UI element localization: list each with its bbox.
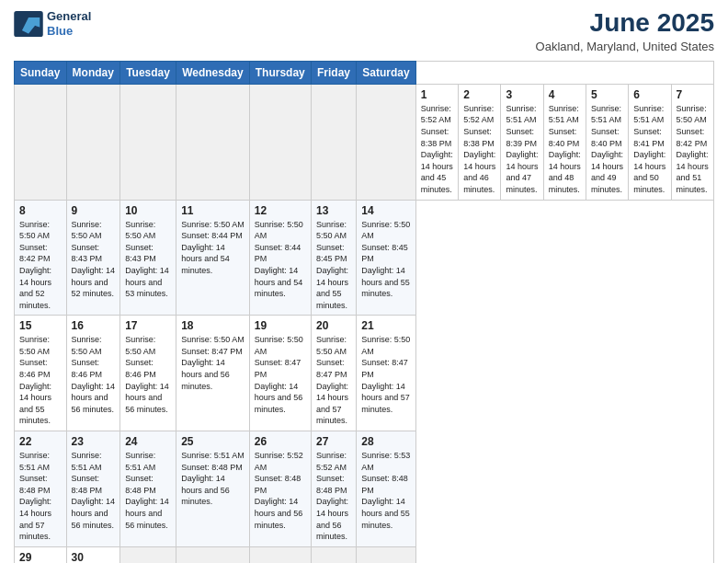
day-number: 9 (72, 204, 116, 217)
calendar-week-1: 1Sunrise: 5:52 AM Sunset: 8:38 PM Daylig… (15, 84, 714, 200)
day-cell-28: 28Sunrise: 5:53 AM Sunset: 8:48 PM Dayli… (357, 431, 416, 547)
day-number: 3 (506, 88, 538, 101)
calendar-header-friday: Friday (311, 61, 356, 84)
day-number: 8 (19, 204, 62, 217)
calendar-week-5: 29Sunrise: 5:53 AM Sunset: 8:48 PM Dayli… (15, 546, 714, 563)
empty-cell (311, 84, 356, 200)
logo-icon (14, 11, 43, 37)
calendar-header-row: SundayMondayTuesdayWednesdayThursdayFrid… (15, 61, 714, 84)
day-info: Sunrise: 5:51 AM Sunset: 8:48 PM Dayligh… (125, 450, 171, 531)
day-cell-4: 4Sunrise: 5:51 AM Sunset: 8:40 PM Daylig… (543, 84, 586, 200)
month-title: June 2025 (536, 9, 714, 38)
day-number: 19 (255, 319, 306, 332)
calendar-header-thursday: Thursday (249, 61, 311, 84)
day-cell-27: 27Sunrise: 5:52 AM Sunset: 8:48 PM Dayli… (311, 431, 356, 547)
day-number: 23 (72, 435, 116, 448)
day-number: 27 (316, 435, 351, 448)
day-cell-15: 15Sunrise: 5:50 AM Sunset: 8:46 PM Dayli… (15, 316, 67, 431)
empty-cell (176, 546, 250, 563)
empty-cell (249, 84, 311, 200)
day-cell-2: 2Sunrise: 5:52 AM Sunset: 8:38 PM Daylig… (459, 84, 501, 200)
calendar-header-tuesday: Tuesday (120, 61, 176, 84)
day-number: 22 (19, 435, 62, 448)
logo: General Blue (14, 9, 91, 38)
day-info: Sunrise: 5:50 AM Sunset: 8:47 PM Dayligh… (316, 334, 351, 427)
day-number: 28 (361, 435, 411, 448)
day-info: Sunrise: 5:51 AM Sunset: 8:40 PM Dayligh… (549, 103, 581, 196)
day-info: Sunrise: 5:53 AM Sunset: 8:48 PM Dayligh… (361, 450, 411, 531)
day-number: 18 (181, 319, 245, 332)
day-info: Sunrise: 5:50 AM Sunset: 8:46 PM Dayligh… (125, 334, 171, 415)
day-cell-12: 12Sunrise: 5:50 AM Sunset: 8:44 PM Dayli… (249, 200, 311, 316)
calendar-week-2: 8Sunrise: 5:50 AM Sunset: 8:42 PM Daylig… (15, 200, 714, 316)
day-cell-24: 24Sunrise: 5:51 AM Sunset: 8:48 PM Dayli… (120, 431, 176, 547)
page: General Blue June 2025 Oakland, Maryland… (0, 0, 728, 563)
calendar-week-3: 15Sunrise: 5:50 AM Sunset: 8:46 PM Dayli… (15, 316, 714, 431)
day-info: Sunrise: 5:51 AM Sunset: 8:40 PM Dayligh… (591, 103, 623, 196)
day-number: 4 (549, 88, 581, 101)
empty-cell (66, 84, 120, 200)
day-number: 16 (72, 319, 116, 332)
day-info: Sunrise: 5:50 AM Sunset: 8:42 PM Dayligh… (677, 103, 709, 196)
day-info: Sunrise: 5:52 AM Sunset: 8:38 PM Dayligh… (421, 103, 453, 196)
empty-cell (357, 546, 416, 563)
day-cell-9: 9Sunrise: 5:50 AM Sunset: 8:43 PM Daylig… (66, 200, 120, 316)
day-info: Sunrise: 5:52 AM Sunset: 8:48 PM Dayligh… (316, 450, 351, 543)
logo-text: General Blue (47, 9, 91, 38)
empty-cell (120, 84, 176, 200)
day-number: 24 (125, 435, 171, 448)
day-cell-20: 20Sunrise: 5:50 AM Sunset: 8:47 PM Dayli… (311, 316, 356, 431)
day-cell-5: 5Sunrise: 5:51 AM Sunset: 8:40 PM Daylig… (586, 84, 629, 200)
day-cell-16: 16Sunrise: 5:50 AM Sunset: 8:46 PM Dayli… (66, 316, 120, 431)
day-number: 14 (361, 204, 411, 217)
day-cell-8: 8Sunrise: 5:50 AM Sunset: 8:42 PM Daylig… (15, 200, 67, 316)
empty-cell (15, 84, 67, 200)
day-number: 5 (591, 88, 623, 101)
empty-cell (249, 546, 311, 563)
day-number: 10 (125, 204, 171, 217)
day-info: Sunrise: 5:50 AM Sunset: 8:46 PM Dayligh… (72, 334, 116, 415)
day-number: 2 (463, 88, 495, 101)
day-number: 7 (677, 88, 709, 101)
day-cell-1: 1Sunrise: 5:52 AM Sunset: 8:38 PM Daylig… (415, 84, 458, 200)
day-info: Sunrise: 5:50 AM Sunset: 8:47 PM Dayligh… (255, 334, 306, 415)
day-info: Sunrise: 5:51 AM Sunset: 8:48 PM Dayligh… (72, 450, 116, 531)
day-number: 11 (181, 204, 245, 217)
calendar-header-wednesday: Wednesday (176, 61, 250, 84)
day-info: Sunrise: 5:50 AM Sunset: 8:42 PM Dayligh… (19, 219, 62, 312)
day-number: 12 (255, 204, 306, 217)
day-info: Sunrise: 5:51 AM Sunset: 8:48 PM Dayligh… (181, 450, 245, 508)
logo-line1: General (47, 9, 91, 24)
title-block: June 2025 Oakland, Maryland, United Stat… (536, 9, 714, 53)
empty-cell (357, 84, 416, 200)
day-info: Sunrise: 5:50 AM Sunset: 8:44 PM Dayligh… (181, 219, 245, 277)
calendar-header-monday: Monday (66, 61, 120, 84)
day-info: Sunrise: 5:50 AM Sunset: 8:43 PM Dayligh… (72, 219, 116, 300)
empty-cell (176, 84, 250, 200)
empty-cell (311, 546, 356, 563)
day-info: Sunrise: 5:50 AM Sunset: 8:44 PM Dayligh… (255, 219, 306, 300)
day-number: 25 (181, 435, 245, 448)
day-info: Sunrise: 5:50 AM Sunset: 8:45 PM Dayligh… (361, 219, 411, 300)
day-cell-11: 11Sunrise: 5:50 AM Sunset: 8:44 PM Dayli… (176, 200, 250, 316)
day-cell-22: 22Sunrise: 5:51 AM Sunset: 8:48 PM Dayli… (15, 431, 67, 547)
day-cell-30: 30Sunrise: 5:53 AM Sunset: 8:48 PM Dayli… (66, 546, 120, 563)
day-number: 13 (316, 204, 351, 217)
day-cell-14: 14Sunrise: 5:50 AM Sunset: 8:45 PM Dayli… (357, 200, 416, 316)
day-info: Sunrise: 5:51 AM Sunset: 8:48 PM Dayligh… (19, 450, 62, 543)
day-number: 21 (361, 319, 411, 332)
day-cell-10: 10Sunrise: 5:50 AM Sunset: 8:43 PM Dayli… (120, 200, 176, 316)
day-cell-19: 19Sunrise: 5:50 AM Sunset: 8:47 PM Dayli… (249, 316, 311, 431)
day-info: Sunrise: 5:50 AM Sunset: 8:43 PM Dayligh… (125, 219, 171, 300)
day-cell-17: 17Sunrise: 5:50 AM Sunset: 8:46 PM Dayli… (120, 316, 176, 431)
day-number: 26 (255, 435, 306, 448)
day-info: Sunrise: 5:50 AM Sunset: 8:46 PM Dayligh… (19, 334, 62, 427)
day-number: 15 (19, 319, 62, 332)
day-cell-23: 23Sunrise: 5:51 AM Sunset: 8:48 PM Dayli… (66, 431, 120, 547)
day-info: Sunrise: 5:50 AM Sunset: 8:47 PM Dayligh… (181, 334, 245, 392)
day-number: 30 (72, 551, 116, 563)
header: General Blue June 2025 Oakland, Maryland… (14, 9, 714, 53)
day-cell-13: 13Sunrise: 5:50 AM Sunset: 8:45 PM Dayli… (311, 200, 356, 316)
day-cell-7: 7Sunrise: 5:50 AM Sunset: 8:42 PM Daylig… (671, 84, 713, 200)
day-info: Sunrise: 5:51 AM Sunset: 8:39 PM Dayligh… (506, 103, 538, 196)
